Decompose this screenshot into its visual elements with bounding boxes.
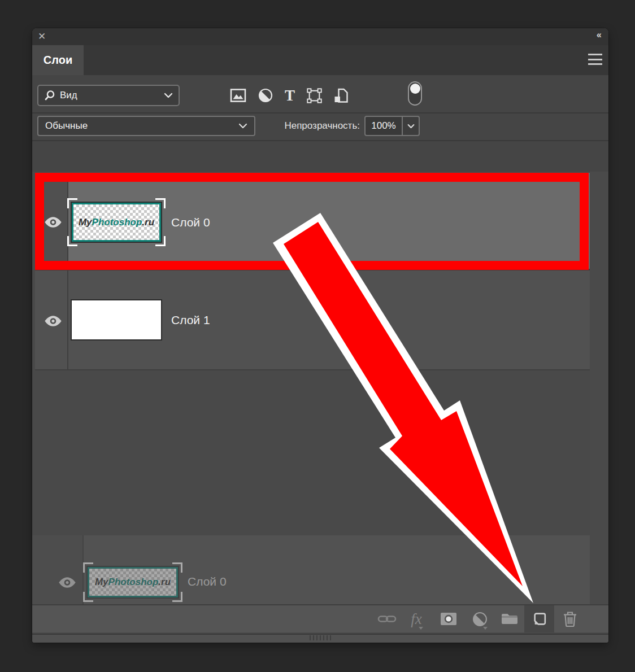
scroll-gutter [590, 172, 608, 604]
layer-mask-icon [440, 612, 457, 626]
new-adjustment-layer-button[interactable] [471, 605, 489, 632]
panel-title-bar: ✕ ‹‹ [32, 28, 608, 45]
layer-name[interactable]: Слой 1 [171, 313, 210, 327]
annotation-red-rectangle [35, 173, 589, 270]
folder-icon [501, 613, 518, 625]
fx-dropdown-arrow-icon [419, 627, 423, 630]
drag-ghost-contents: MyPhotoshop.ru Слой 0 [32, 535, 590, 604]
shape-layer-filter-icon[interactable] [307, 88, 322, 103]
layer-thumbnail: MyPhotoshop.ru [86, 566, 179, 599]
adjustment-dropdown-arrow-icon [483, 627, 488, 630]
transparency-checkerboard: MyPhotoshop.ru [89, 569, 176, 596]
adjustment-half-circle-icon [472, 612, 488, 627]
type-layer-filter-icon[interactable]: T [285, 87, 295, 104]
panel-menu-icon[interactable] [588, 54, 602, 65]
layer-thumbnail[interactable] [71, 299, 162, 341]
search-icon [44, 90, 55, 101]
delete-layer-button[interactable] [561, 605, 579, 632]
smart-object-filter-icon[interactable] [334, 88, 348, 103]
blend-mode-select[interactable]: Обычные [37, 116, 255, 136]
filtering-toggle[interactable] [408, 81, 422, 106]
opacity-input[interactable]: 100% [364, 116, 403, 136]
blend-mode-value: Обычные [45, 120, 88, 132]
new-layer-button[interactable] [530, 605, 549, 632]
filter-type-buttons: T [230, 81, 360, 110]
opacity-label: Непрозрачность: [258, 120, 360, 132]
row-divider [35, 369, 590, 370]
filter-kind-select[interactable]: Вид [37, 85, 180, 106]
eye-visibility-icon[interactable] [44, 316, 62, 326]
separator [32, 140, 608, 141]
myphotoshop-logo: MyPhotoshop.ru [95, 577, 171, 588]
chevron-down-icon [238, 123, 247, 129]
filter-kind-label: Вид [60, 90, 159, 101]
chevron-down-icon [407, 124, 415, 129]
tab-strip: Слои [32, 45, 608, 75]
layer-row-1[interactable]: Слой 1 [35, 270, 590, 369]
resize-grip-icon[interactable] [310, 635, 333, 640]
link-layers-button[interactable] [377, 605, 397, 632]
layers-panel: ✕ ‹‹ Слои Вид [32, 28, 608, 643]
trash-icon [563, 611, 577, 627]
collapse-panel-icon[interactable]: ‹‹ [597, 29, 601, 41]
new-layer-icon [532, 612, 547, 627]
controls-area: Вид T [32, 75, 608, 172]
layer-name: Слой 0 [188, 575, 227, 588]
adjustment-layer-filter-icon[interactable] [258, 88, 273, 103]
toggle-knob [410, 84, 420, 94]
eye-visibility-icon [58, 577, 76, 588]
opacity-dropdown-button[interactable] [403, 116, 420, 136]
fx-icon: fx [411, 610, 422, 628]
layers-toolbar: fx [32, 604, 608, 632]
add-layer-mask-button[interactable] [440, 605, 458, 632]
layer-effects-button[interactable]: fx [406, 605, 427, 632]
close-icon[interactable]: ✕ [38, 30, 46, 42]
drag-ghost-layer-row: MyPhotoshop.ru Слой 0 [32, 535, 590, 604]
separator [32, 112, 608, 114]
pixel-layer-filter-icon[interactable] [230, 89, 246, 102]
link-icon [377, 614, 397, 624]
new-group-button[interactable] [501, 605, 519, 632]
tab-layers[interactable]: Слои [32, 45, 84, 75]
chevron-down-icon [164, 93, 173, 98]
